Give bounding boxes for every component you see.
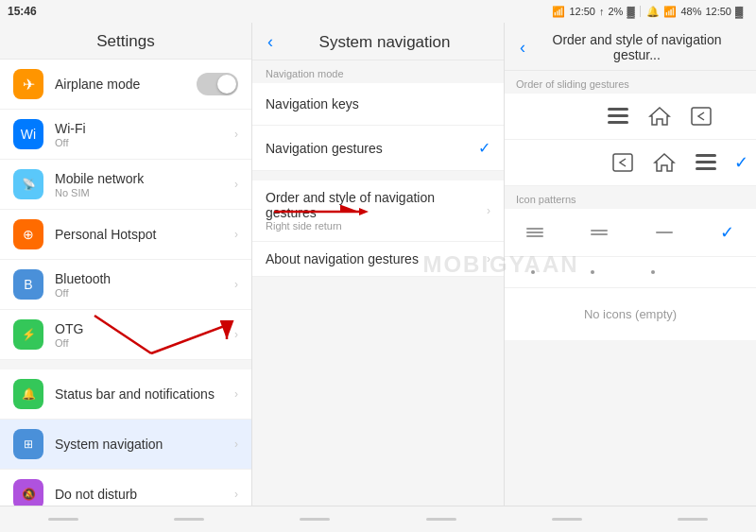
system-navigation-item[interactable]: ⊞ System navigation ›: [0, 420, 251, 470]
navigation-gestures-item[interactable]: Navigation gestures ✓: [252, 126, 504, 171]
gesture-row-2[interactable]: ✓: [505, 140, 756, 186]
order-style-label: Order and style of navigation gestures: [266, 190, 483, 220]
navigation-keys-item[interactable]: Navigation keys: [252, 83, 504, 126]
nav-keys-label: Navigation keys: [266, 96, 490, 112]
system-navigation-panel: ‹ System navigation Navigation mode Navi…: [252, 23, 505, 506]
about-gestures-item[interactable]: About navigation gestures ›: [252, 242, 504, 277]
item-label: System navigation: [55, 437, 231, 452]
home-icon-2: [651, 149, 678, 176]
time-left: 15:46: [8, 5, 37, 18]
chevron-right-icon: ›: [234, 438, 238, 451]
gesture-row-1[interactable]: [505, 94, 756, 140]
selected-check: ✓: [734, 152, 748, 173]
system-nav-icon: ⊞: [13, 429, 43, 459]
hotspot-icon: ⊕: [13, 219, 43, 249]
item-label: Bluetooth: [55, 271, 231, 286]
list-item[interactable]: ✈ Airplane mode: [0, 60, 251, 110]
list-item[interactable]: B Bluetooth Off ›: [0, 260, 251, 310]
panel3-header: ‹ Order and style of navigation gestur..…: [505, 23, 756, 71]
item-subtitle: Off: [55, 287, 231, 299]
dot-1: [531, 270, 535, 274]
battery-icon-2: ▓: [735, 6, 743, 17]
list-item[interactable]: ⚡ OTG Off ›: [0, 310, 251, 360]
list-item[interactable]: ⊕ Personal Hotspot ›: [0, 210, 251, 260]
section-gap: [252, 171, 504, 180]
chevron-right-icon: ›: [487, 204, 490, 217]
item-label: Personal Hotspot: [55, 227, 231, 242]
svg-rect-3: [692, 108, 711, 125]
otg-icon: ⚡: [13, 319, 43, 350]
settings-panel: Settings ✈ Airplane mode Wi Wi-Fi Off ›: [0, 23, 252, 506]
gesture-icons-1: [512, 103, 748, 129]
gesture-icons-2: ✓: [512, 149, 748, 176]
menu-icon: [605, 103, 631, 129]
pattern-options: ✓: [512, 218, 748, 247]
sim-icon: 📶: [552, 6, 565, 18]
battery-icon-1: ▓: [627, 6, 634, 17]
item-subtitle: No SIM: [55, 187, 231, 198]
bottom-nav-back[interactable]: [48, 518, 78, 521]
svg-rect-5: [696, 154, 716, 157]
back-icon-2: [610, 149, 636, 176]
svg-rect-4: [613, 154, 632, 171]
dot-3: [651, 270, 655, 274]
item-label: Wi-Fi: [55, 121, 231, 136]
svg-rect-0: [608, 108, 628, 111]
item-label: Mobile network: [55, 171, 231, 186]
bottom-nav: [0, 506, 756, 532]
chevron-right-icon: ›: [234, 178, 238, 191]
order-style-item[interactable]: Order and style of navigation gestures R…: [252, 180, 504, 242]
list-item[interactable]: 📡 Mobile network No SIM ›: [0, 160, 251, 210]
bottom-nav-menu2[interactable]: [678, 518, 708, 521]
item-label: Do not disturb: [55, 487, 231, 502]
svg-rect-6: [696, 161, 716, 163]
dnd-icon: 🔕: [13, 479, 43, 506]
center2-battery-pct: 48%: [680, 6, 701, 17]
home-icon: [646, 103, 673, 129]
wifi-icon: 📶: [663, 6, 677, 18]
sim-icon-2: 🔔: [646, 6, 660, 18]
panel2-header: ‹ System navigation: [252, 23, 504, 60]
back-button[interactable]: ‹: [267, 32, 273, 52]
back-button-3[interactable]: ‹: [520, 38, 525, 58]
pattern-3lines: [526, 228, 543, 237]
list-item[interactable]: 🔕 Do not disturb ›: [0, 470, 251, 506]
svg-rect-1: [608, 114, 628, 117]
icon-patterns-label: Icon patterns: [505, 186, 756, 209]
item-label: OTG: [55, 321, 231, 336]
chevron-right-icon: ›: [234, 278, 238, 291]
airplane-toggle[interactable]: [197, 73, 238, 95]
bottom-nav-recents[interactable]: [300, 518, 330, 521]
chevron-right-icon: ›: [234, 488, 238, 501]
about-gestures-label: About navigation gestures: [266, 251, 483, 266]
item-subtitle: Off: [55, 337, 231, 349]
bottom-nav-home[interactable]: [174, 518, 204, 521]
item-subtitle: Off: [55, 137, 231, 148]
settings-list: ✈ Airplane mode Wi Wi-Fi Off › 📡 Mobi: [0, 60, 251, 506]
icon-pattern-row-1[interactable]: ✓: [505, 209, 756, 257]
bottom-nav-back2[interactable]: [426, 518, 456, 521]
back-icon: [688, 103, 714, 129]
center2-time: 12:50: [705, 6, 731, 17]
pattern-check: ✓: [720, 222, 734, 243]
nav-gestures-check: ✓: [478, 139, 490, 157]
status-center-2: 🔔 📶 48% 12:50 ▓: [641, 6, 748, 18]
center1-arrow: ↑: [599, 6, 605, 17]
list-item[interactable]: Wi Wi-Fi Off ›: [0, 110, 251, 160]
icon-pattern-row-2[interactable]: [505, 257, 756, 288]
status-bar: 15:46 📶 12:50 ↑ 2% ▓ 🔔 📶 48% 12:50 ▓: [0, 0, 756, 23]
dot-options: [512, 266, 748, 278]
status-center-1: 📶 12:50 ↑ 2% ▓: [546, 6, 640, 18]
center1-time: 12:50: [569, 6, 595, 17]
dot-2: [591, 270, 594, 274]
settings-title: Settings: [0, 23, 251, 60]
order-style-subtitle: Right side return: [266, 220, 483, 232]
order-section-label: Order of sliding gestures: [505, 71, 756, 94]
airplane-icon: ✈: [13, 69, 43, 99]
list-item[interactable]: 🔔 Status bar and notifications ›: [0, 369, 251, 420]
mobile-network-icon: 📡: [13, 169, 43, 199]
pattern-2lines: [591, 230, 608, 235]
statusbar-icon: 🔔: [13, 379, 43, 409]
bottom-nav-home2[interactable]: [552, 518, 582, 521]
chevron-right-icon: ›: [234, 228, 238, 241]
